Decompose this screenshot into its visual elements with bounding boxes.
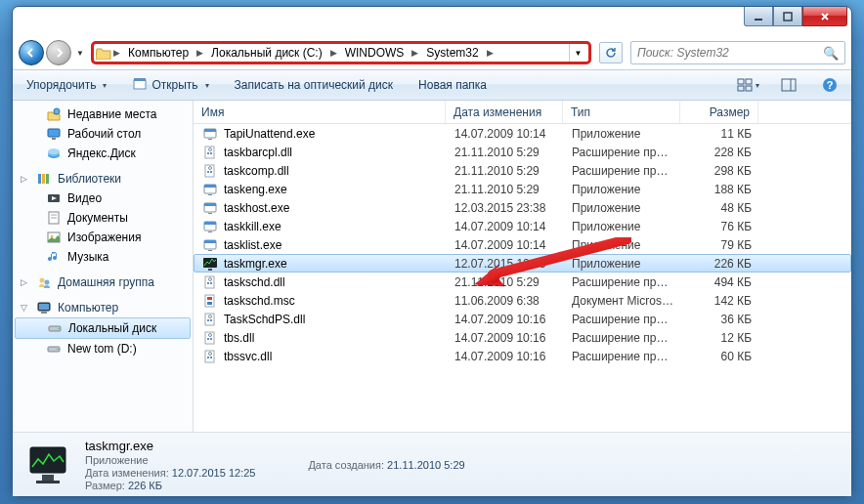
file-icon bbox=[202, 237, 218, 253]
file-date: 11.06.2009 6:38 bbox=[447, 294, 564, 308]
sidebar-homegroup-header[interactable]: ▷ Домашняя группа bbox=[13, 273, 193, 292]
sidebar-desktop[interactable]: Рабочий стол bbox=[13, 124, 193, 144]
svg-rect-59 bbox=[204, 240, 216, 243]
file-row[interactable]: taskschd.dll21.11.2010 5:29Расширение пр… bbox=[194, 273, 851, 291]
organize-menu[interactable]: Упорядочить bbox=[21, 75, 112, 95]
file-row[interactable]: tasklist.exe14.07.2009 10:14Приложение79… bbox=[194, 235, 851, 254]
forward-button[interactable] bbox=[46, 40, 71, 65]
svg-rect-5 bbox=[134, 78, 146, 81]
search-input[interactable] bbox=[637, 46, 823, 60]
file-row[interactable]: TapiUnattend.exe14.07.2009 10:14Приложен… bbox=[194, 124, 851, 143]
sidebar-video[interactable]: Видео bbox=[13, 189, 193, 208]
svg-rect-72 bbox=[210, 319, 212, 321]
breadcrumb-separator-icon[interactable]: ▶ bbox=[328, 48, 339, 58]
file-row[interactable]: tbssvc.dll14.07.2009 10:16Расширение при… bbox=[194, 347, 851, 365]
address-dropdown-button[interactable]: ▼ bbox=[569, 44, 586, 62]
sidebar-label: Музыка bbox=[67, 250, 108, 264]
view-mode-button[interactable] bbox=[734, 74, 761, 96]
file-row[interactable]: taskhost.exe12.03.2015 23:38Приложение48… bbox=[194, 198, 851, 217]
breadcrumb-separator-icon[interactable]: ▶ bbox=[485, 48, 496, 58]
file-type: Приложение bbox=[564, 257, 681, 271]
toolbar: Упорядочить Открыть Записать на оптическ… bbox=[13, 69, 851, 101]
crumb-windows[interactable]: WINDOWS bbox=[339, 46, 410, 60]
col-header-name[interactable]: Имя bbox=[194, 101, 446, 123]
back-button[interactable] bbox=[19, 40, 44, 65]
file-size: 494 КБ bbox=[681, 275, 759, 289]
preview-pane-button[interactable] bbox=[775, 74, 802, 96]
sidebar-label: Домашняя группа bbox=[58, 275, 154, 289]
sidebar-label: Компьютер bbox=[58, 301, 118, 315]
file-list[interactable]: TapiUnattend.exe14.07.2009 10:14Приложен… bbox=[194, 124, 851, 432]
svg-rect-80 bbox=[210, 357, 212, 358]
sidebar-newtom[interactable]: New tom (D:) bbox=[13, 339, 193, 358]
sidebar-libraries-header[interactable]: ▷ Библиотеки bbox=[13, 169, 193, 189]
minimize-button[interactable] bbox=[744, 7, 773, 26]
sidebar-recent[interactable]: Недавние места bbox=[13, 105, 193, 124]
breadcrumb-separator-icon[interactable]: ▶ bbox=[111, 48, 122, 58]
nav-pane[interactable]: Недавние места Рабочий стол Яндекс.Диск … bbox=[13, 101, 194, 432]
file-row[interactable]: taskcomp.dll21.11.2010 5:29Расширение пр… bbox=[194, 161, 851, 180]
file-row[interactable]: taskmgr.exe12.07.2015 12:25Приложение226… bbox=[194, 254, 851, 273]
file-row[interactable]: TaskSchdPS.dll14.07.2009 10:16Расширение… bbox=[194, 310, 851, 328]
new-folder-button[interactable]: Новая папка bbox=[412, 75, 493, 95]
details-thumbnail bbox=[24, 441, 71, 488]
sidebar-yandex[interactable]: Яндекс.Диск bbox=[13, 144, 193, 163]
file-type: Документ Microso... bbox=[564, 294, 681, 308]
col-header-date[interactable]: Дата изменения bbox=[446, 101, 563, 123]
svg-rect-1 bbox=[784, 13, 792, 21]
file-row[interactable]: taskkill.exe14.07.2009 10:14Приложение76… bbox=[194, 217, 851, 235]
svg-rect-21 bbox=[42, 174, 45, 184]
file-type: Приложение bbox=[564, 238, 681, 252]
file-size: 188 КБ bbox=[681, 183, 759, 196]
close-button[interactable] bbox=[802, 7, 847, 26]
caret-icon: ▷ bbox=[21, 277, 30, 287]
svg-rect-54 bbox=[208, 213, 212, 214]
nav-history-dropdown[interactable]: ▼ bbox=[73, 43, 87, 63]
crumb-system32[interactable]: System32 bbox=[420, 46, 484, 60]
file-row[interactable]: taskeng.exe21.11.2010 5:29Приложение188 … bbox=[194, 180, 851, 198]
file-name: taskschd.dll bbox=[224, 275, 285, 289]
svg-rect-83 bbox=[42, 475, 54, 481]
breadcrumb-separator-icon[interactable]: ▶ bbox=[410, 48, 420, 58]
help-button[interactable]: ? bbox=[816, 74, 843, 96]
details-modified-value: 12.07.2015 12:25 bbox=[172, 467, 256, 479]
libraries-icon bbox=[36, 171, 52, 187]
titlebar bbox=[13, 7, 851, 36]
svg-rect-32 bbox=[39, 304, 49, 310]
sidebar-localdisk[interactable]: Локальный диск bbox=[15, 317, 191, 339]
col-header-type[interactable]: Тип bbox=[563, 101, 680, 123]
sidebar-computer-header[interactable]: ▽ Компьютер bbox=[13, 298, 193, 317]
file-size: 226 КБ bbox=[681, 257, 759, 271]
svg-rect-76 bbox=[210, 338, 212, 340]
open-icon bbox=[132, 76, 148, 95]
open-button[interactable]: Открыть bbox=[126, 73, 214, 98]
sidebar-documents[interactable]: Документы bbox=[13, 208, 193, 228]
burn-button[interactable]: Записать на оптический диск bbox=[229, 75, 400, 95]
col-header-size[interactable]: Размер bbox=[680, 101, 758, 123]
sidebar-pictures[interactable]: Изображения bbox=[13, 228, 193, 247]
sidebar-label: Недавние места bbox=[67, 107, 156, 121]
sidebar-music[interactable]: Музыка bbox=[13, 247, 193, 267]
crumb-localdisk[interactable]: Локальный диск (C:) bbox=[205, 46, 328, 60]
sidebar-label: Библиотеки bbox=[58, 172, 121, 186]
file-row[interactable]: tbs.dll14.07.2009 10:16Расширение прил..… bbox=[194, 328, 851, 347]
address-bar[interactable]: ▶ Компьютер ▶ Локальный диск (C:) ▶ WIND… bbox=[91, 41, 591, 64]
file-row[interactable]: taskbarcpl.dll21.11.2010 5:29Расширение … bbox=[194, 143, 851, 161]
maximize-button[interactable] bbox=[773, 7, 802, 26]
svg-rect-20 bbox=[38, 174, 41, 184]
file-size: 11 КБ bbox=[681, 127, 759, 141]
caret-icon: ▽ bbox=[21, 303, 30, 313]
file-row[interactable]: taskschd.msc11.06.2009 6:38Документ Micr… bbox=[194, 291, 851, 310]
video-icon bbox=[46, 190, 62, 206]
file-name: taskcomp.dll bbox=[224, 164, 289, 178]
new-folder-label: Новая папка bbox=[418, 78, 487, 92]
crumb-computer[interactable]: Компьютер bbox=[122, 46, 194, 60]
file-size: 36 КБ bbox=[681, 313, 759, 326]
file-size: 48 КБ bbox=[681, 201, 759, 215]
breadcrumb-separator-icon[interactable]: ▶ bbox=[194, 48, 205, 58]
explorer-window: ▼ ▶ Компьютер ▶ Локальный диск (C:) ▶ WI… bbox=[12, 6, 852, 497]
svg-rect-39 bbox=[204, 129, 216, 132]
refresh-button[interactable] bbox=[599, 42, 623, 63]
file-date: 21.11.2010 5:29 bbox=[447, 164, 564, 178]
search-box[interactable]: 🔍 bbox=[630, 41, 845, 64]
